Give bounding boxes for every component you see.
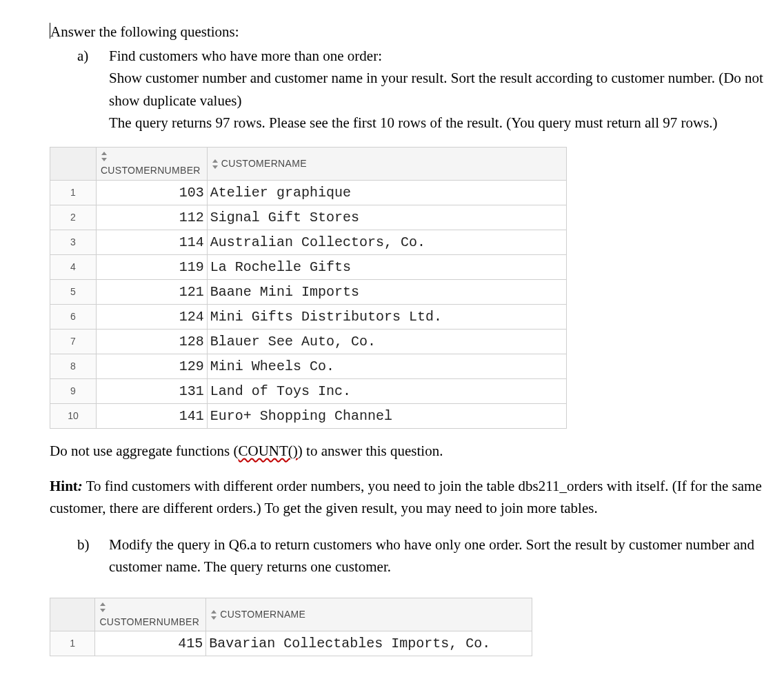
sort-icon — [210, 610, 217, 620]
result-table-b: CUSTOMERNUMBER CUSTOMERNAME 1415Bavarian… — [50, 598, 532, 656]
column-header-customernumber[interactable]: CUSTOMERNUMBER — [95, 598, 206, 631]
question-b-text: Modify the query in Q6.a to return custo… — [109, 534, 763, 578]
table-row: 5121Baane Mini Imports — [50, 280, 567, 305]
customer-name: Euro+ Shopping Channel — [207, 404, 566, 429]
row-number: 9 — [50, 379, 97, 404]
table-row: 7128Blauer See Auto, Co. — [50, 330, 567, 354]
column-header-customernumber[interactable]: CUSTOMERNUMBER — [96, 147, 207, 180]
row-number: 8 — [50, 354, 97, 379]
question-a-line3: The query returns 97 rows. Please see th… — [109, 112, 763, 134]
row-number: 10 — [50, 404, 97, 429]
sort-icon — [99, 602, 106, 612]
customer-number: 114 — [96, 230, 207, 255]
customer-number: 112 — [96, 205, 207, 230]
customer-number: 131 — [96, 379, 207, 404]
question-a-label: a) — [77, 45, 109, 68]
question-b: b) Modify the query in Q6.a to return cu… — [77, 534, 763, 578]
table-row: 8129Mini Wheels Co. — [50, 354, 567, 379]
table-row: 1415Bavarian Collectables Imports, Co. — [50, 631, 532, 656]
row-number: 2 — [50, 205, 97, 230]
customer-number: 415 — [95, 631, 206, 656]
customer-name: Blauer See Auto, Co. — [207, 330, 566, 354]
row-number: 7 — [50, 330, 97, 354]
sort-icon — [101, 152, 108, 161]
customer-name: Atelier graphique — [207, 181, 566, 205]
table-row: 1103Atelier graphique — [50, 181, 567, 205]
customer-name: Mini Gifts Distributors Ltd. — [207, 305, 566, 330]
row-number: 5 — [50, 280, 97, 305]
customer-name: Signal Gift Stores — [207, 205, 566, 230]
question-b-label: b) — [77, 534, 109, 556]
row-number: 4 — [50, 255, 97, 280]
question-a: a) Find customers who have more than one… — [77, 45, 763, 68]
row-number: 3 — [50, 230, 97, 255]
row-number-header — [50, 598, 95, 631]
column-header-customername[interactable]: CUSTOMERNAME — [207, 147, 566, 180]
customer-number: 119 — [96, 255, 207, 280]
customer-name: Australian Collectors, Co. — [207, 230, 566, 255]
table-row: 10141Euro+ Shopping Channel — [50, 404, 567, 429]
table-row: 9131Land of Toys Inc. — [50, 379, 567, 404]
customer-number: 141 — [96, 404, 207, 429]
customer-number: 128 — [96, 330, 207, 354]
table-row: 3114Australian Collectors, Co. — [50, 230, 567, 255]
customer-number: 129 — [96, 354, 207, 379]
column-header-customername[interactable]: CUSTOMERNAME — [206, 598, 532, 631]
no-aggregate-note: Do not use aggregate functions (COUNT())… — [50, 440, 763, 463]
customer-number: 103 — [96, 181, 207, 205]
question-a-line1: Find customers who have more than one or… — [109, 45, 763, 68]
result-table-a: CUSTOMERNUMBER CUSTOMERNAME 1103Atelier … — [50, 147, 567, 429]
customer-name: Baane Mini Imports — [207, 280, 566, 305]
table-row: 6124Mini Gifts Distributors Ltd. — [50, 305, 567, 330]
customer-name: Mini Wheels Co. — [207, 354, 566, 379]
question-a-line2: Show customer number and customer name i… — [109, 67, 763, 112]
hint-text: Hint: To find customers with different o… — [50, 475, 763, 520]
customer-number: 124 — [96, 305, 207, 330]
row-number-header — [50, 147, 97, 180]
count-function: COUNT() — [239, 443, 298, 459]
table-row: 2112Signal Gift Stores — [50, 205, 567, 230]
row-number: 6 — [50, 305, 97, 330]
row-number: 1 — [50, 181, 97, 205]
customer-name: Land of Toys Inc. — [207, 379, 566, 404]
row-number: 1 — [50, 631, 95, 656]
customer-number: 121 — [96, 280, 207, 305]
intro-text: Answer the following questions: — [50, 21, 763, 43]
sort-icon — [212, 159, 219, 169]
customer-name: La Rochelle Gifts — [207, 255, 566, 280]
table-row: 4119La Rochelle Gifts — [50, 255, 567, 280]
customer-name: Bavarian Collectables Imports, Co. — [206, 631, 532, 656]
